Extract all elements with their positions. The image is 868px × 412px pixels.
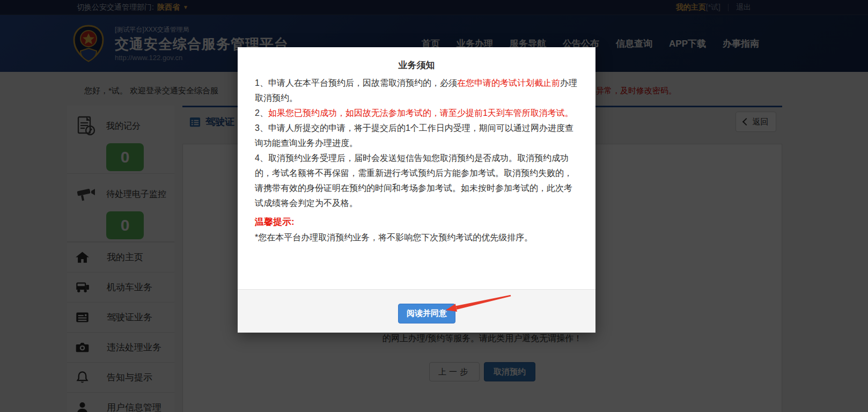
modal-title: 业务须知: [255, 59, 578, 71]
notice-item: 3、申请人所提交的申请，将于提交后的1个工作日内受理，期间可以通过网办进度查询功…: [255, 121, 578, 151]
notice-list: 1、申请人在本平台预约后，因故需取消预约的，必须在您申请的考试计划截止前办理取消…: [255, 76, 578, 211]
page: 切换公安交通管理部门: 陕西省 ▼ 我的主页 [*试] 退出 [测试平台]XXX…: [0, 0, 868, 412]
modal-footer: 阅读并同意: [238, 289, 595, 333]
notice-item: 1、申请人在本平台预约后，因故需取消预约的，必须在您申请的考试计划截止前办理取消…: [255, 76, 578, 106]
notice-red-text: 如果您已预约成功，如因故无法参加考试的，请至少提前1天到车管所取消考试。: [268, 108, 573, 117]
notice-item: 4、取消预约业务受理后，届时会发送短信告知您取消预约是否成功。取消预约成功的，考…: [255, 151, 578, 211]
warm-tip-text: *您在本平台办理取消预约业务，将不影响您下次预约考试的优先级排序。: [255, 230, 578, 245]
notice-modal: 业务须知 1、申请人在本平台预约后，因故需取消预约的，必须在您申请的考试计划截止…: [238, 47, 595, 333]
notice-item: 2、如果您已预约成功，如因故无法参加考试的，请至少提前1天到车管所取消考试。: [255, 106, 578, 121]
notice-red-text: 在您申请的考试计划截止前: [457, 78, 560, 87]
agree-button[interactable]: 阅读并同意: [398, 304, 455, 323]
warm-tip-title: 温馨提示:: [255, 214, 578, 230]
